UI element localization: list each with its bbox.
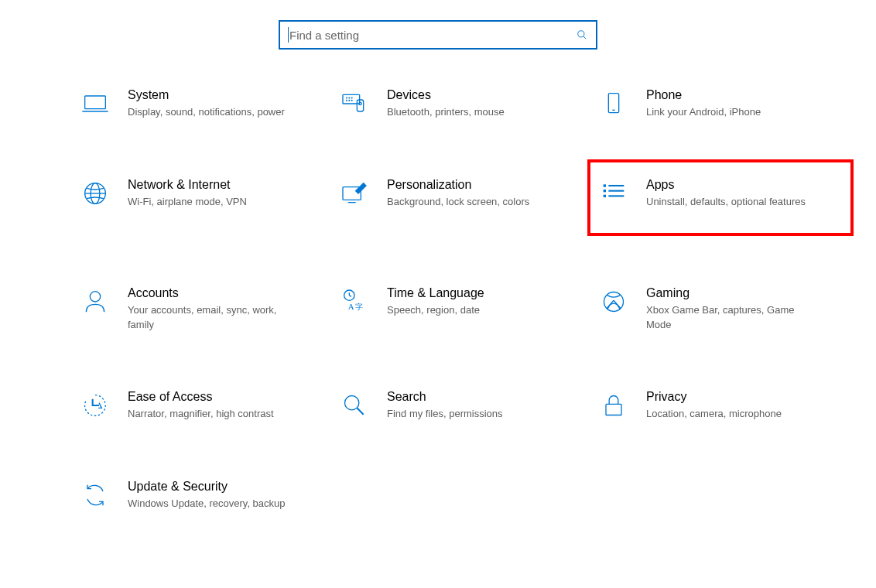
laptop-icon [80, 88, 111, 119]
tile-gaming[interactable]: Gaming Xbox Game Bar, captures, Game Mod… [594, 279, 854, 340]
tile-desc: Windows Update, recovery, backup [128, 497, 286, 511]
tile-desc: Link your Android, iPhone [646, 105, 761, 120]
search-container [0, 0, 876, 80]
svg-text:A: A [348, 302, 354, 311]
tile-update-security[interactable]: Update & Security Windows Update, recove… [76, 472, 335, 519]
tile-accounts[interactable]: Accounts Your accounts, email, sync, wor… [76, 279, 335, 340]
svg-point-33 [345, 396, 359, 410]
tile-desc: Find my files, permissions [387, 407, 503, 422]
svg-rect-2 [85, 96, 106, 109]
tile-system[interactable]: System Display, sound, notifications, po… [76, 80, 335, 128]
tile-desc: Your accounts, email, sync, work, family [128, 303, 290, 333]
tile-desc: Display, sound, notifications, power [128, 105, 285, 120]
tile-title: Gaming [646, 286, 809, 300]
xbox-icon [598, 286, 629, 317]
svg-point-0 [578, 31, 584, 37]
tile-phone[interactable]: Phone Link your Android, iPhone [594, 80, 854, 128]
text-cursor [288, 27, 289, 43]
svg-text:字: 字 [355, 303, 363, 311]
tile-privacy[interactable]: Privacy Location, camera, microphone [594, 382, 854, 429]
tile-personalization[interactable]: Personalization Background, lock screen,… [335, 170, 594, 236]
tile-title: System [128, 88, 285, 102]
svg-rect-24 [604, 195, 606, 197]
svg-point-7 [351, 97, 352, 98]
apps-list-icon [598, 178, 629, 209]
lock-icon [598, 390, 629, 421]
tile-title: Update & Security [128, 480, 286, 494]
devices-icon [339, 88, 370, 119]
svg-point-9 [349, 100, 350, 101]
svg-line-1 [583, 36, 587, 39]
tile-devices[interactable]: Devices Bluetooth, printers, mouse [335, 80, 594, 128]
tile-desc: Wi-Fi, airplane mode, VPN [128, 195, 247, 210]
svg-rect-20 [604, 184, 606, 186]
tile-title: Time & Language [387, 286, 484, 300]
tile-title: Devices [387, 88, 505, 102]
tile-desc: Background, lock screen, colors [387, 195, 529, 210]
svg-point-6 [349, 97, 350, 98]
tile-title: Accounts [128, 286, 290, 300]
svg-point-8 [347, 100, 347, 101]
svg-rect-35 [606, 405, 621, 415]
svg-point-12 [359, 102, 361, 104]
tile-desc: Uninstall, defaults, optional features [646, 195, 806, 210]
tile-ease-of-access[interactable]: Ease of Access Narrator, magnifier, high… [76, 382, 335, 429]
svg-rect-22 [604, 190, 606, 192]
tile-desc: Speech, region, date [387, 303, 484, 318]
tile-desc: Xbox Game Bar, captures, Game Mode [646, 303, 809, 333]
tile-title: Personalization [387, 178, 529, 192]
person-icon [80, 286, 111, 317]
tile-title: Search [387, 390, 503, 404]
tile-title: Ease of Access [128, 390, 274, 404]
magnifier-icon [339, 390, 370, 421]
settings-grid: System Display, sound, notifications, po… [0, 80, 876, 519]
accessibility-icon [80, 390, 111, 421]
svg-point-27 [344, 290, 354, 300]
tile-title: Apps [646, 178, 806, 192]
phone-icon [598, 88, 629, 119]
paintbrush-icon [339, 178, 370, 209]
svg-line-29 [349, 295, 351, 296]
globe-icon [80, 178, 111, 209]
tile-network[interactable]: Network & Internet Wi-Fi, airplane mode,… [76, 170, 335, 236]
tile-desc: Location, camera, microphone [646, 407, 782, 422]
tile-search[interactable]: Search Find my files, permissions [335, 382, 594, 429]
tile-desc: Bluetooth, printers, mouse [387, 105, 505, 120]
tile-apps[interactable]: Apps Uninstall, defaults, optional featu… [587, 159, 854, 236]
tile-time-language[interactable]: A字 Time & Language Speech, region, date [335, 279, 594, 340]
search-input[interactable] [289, 29, 576, 42]
tile-title: Privacy [646, 390, 782, 404]
svg-point-26 [90, 291, 100, 301]
tile-desc: Narrator, magnifier, high contrast [128, 407, 274, 422]
search-box[interactable] [279, 20, 597, 50]
svg-rect-11 [357, 100, 363, 111]
time-language-icon: A字 [339, 286, 370, 317]
svg-point-5 [347, 97, 347, 98]
sync-icon [80, 480, 111, 511]
search-icon[interactable] [576, 29, 588, 41]
tile-title: Network & Internet [128, 178, 247, 192]
svg-line-34 [357, 409, 363, 415]
svg-point-10 [351, 100, 352, 101]
tile-title: Phone [646, 88, 761, 102]
